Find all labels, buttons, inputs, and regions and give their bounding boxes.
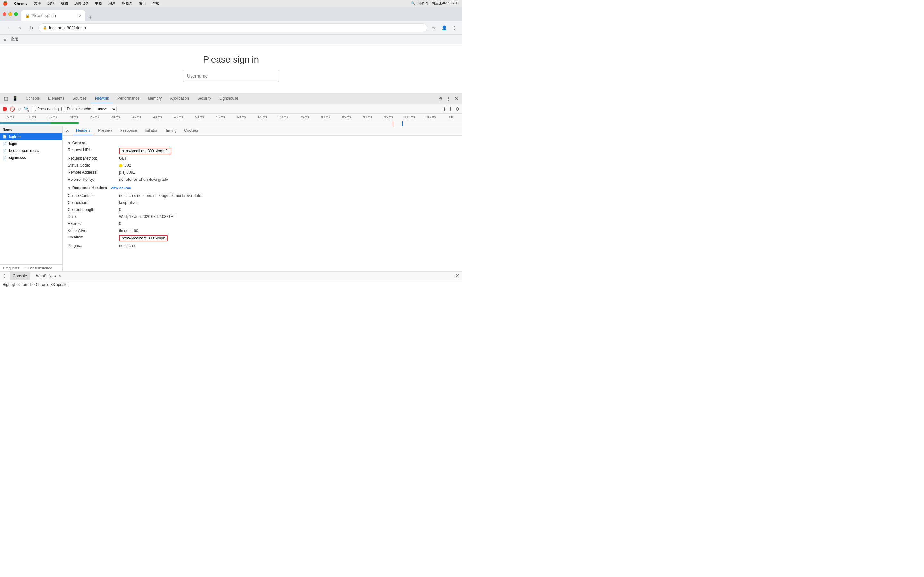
- menu-window[interactable]: 窗口: [137, 1, 147, 6]
- chrome-menu-icon[interactable]: ⋮: [451, 24, 458, 32]
- import-icon[interactable]: ⬆: [443, 106, 446, 111]
- minimize-button[interactable]: [8, 12, 12, 16]
- file-item-login[interactable]: 📄 login: [0, 140, 62, 147]
- request-method-value: GET: [119, 155, 127, 161]
- status-code-label: Status Code:: [68, 163, 119, 168]
- details-tab-cookies[interactable]: Cookies: [180, 126, 202, 135]
- tab-close-button[interactable]: ×: [79, 13, 81, 18]
- account-icon[interactable]: 👤: [440, 24, 448, 32]
- console-close-button[interactable]: ✕: [455, 273, 459, 279]
- filter-icon[interactable]: ▽: [18, 106, 21, 111]
- forward-button[interactable]: ›: [15, 23, 24, 32]
- clear-log-icon[interactable]: 🚫: [10, 106, 15, 111]
- general-section-header[interactable]: ▼ General: [68, 141, 457, 145]
- apps-grid-icon[interactable]: ⊞: [3, 37, 7, 42]
- devtools-main: Name 📄 logInfo 📄 login 📄 bootstrap.min.c…: [0, 126, 462, 271]
- record-button[interactable]: [3, 107, 7, 111]
- devtools-close-icon[interactable]: ✕: [452, 95, 459, 102]
- menu-history[interactable]: 历史记录: [73, 1, 90, 6]
- menu-view[interactable]: 视图: [60, 1, 69, 6]
- whats-new-close-icon[interactable]: ×: [59, 274, 61, 278]
- console-more-icon[interactable]: ⋮: [3, 274, 7, 279]
- username-input[interactable]: [183, 70, 279, 82]
- menu-file[interactable]: 文件: [33, 1, 42, 6]
- tab-sources[interactable]: Sources: [69, 94, 90, 103]
- tab-memory[interactable]: Memory: [144, 94, 166, 103]
- general-label: General: [72, 141, 87, 145]
- response-headers-section-header[interactable]: ▼ Response Headers view source: [68, 185, 457, 190]
- file-name-loginfo: logInfo: [9, 134, 21, 139]
- file-item-loginfo[interactable]: 📄 logInfo: [0, 133, 62, 140]
- file-item-signin[interactable]: 📄 signin.css: [0, 154, 62, 161]
- timeline-red-marker: [393, 121, 393, 126]
- disable-cache-label: Disable cache: [67, 107, 91, 111]
- status-code-row: Status Code: 302: [68, 162, 457, 169]
- page-title: Please sign in: [203, 55, 259, 65]
- details-close-icon[interactable]: ✕: [64, 127, 71, 134]
- preserve-log-checkbox[interactable]: Preserve log: [32, 107, 59, 111]
- url-bar[interactable]: 🔒 localhost:8091/login: [39, 23, 427, 32]
- details-tab-preview[interactable]: Preview: [94, 126, 116, 135]
- details-tab-timing[interactable]: Timing: [161, 126, 180, 135]
- tab-elements[interactable]: Elements: [44, 94, 68, 103]
- new-tab-button[interactable]: +: [87, 13, 94, 21]
- menu-bookmarks[interactable]: 书签: [94, 1, 103, 6]
- disable-cache-input[interactable]: [61, 107, 65, 111]
- pragma-label: Pragma:: [68, 243, 119, 248]
- reload-button[interactable]: ↻: [27, 23, 36, 32]
- request-url-row: Request URL: http://localhost:8091/logIn…: [68, 147, 457, 155]
- disable-cache-checkbox[interactable]: Disable cache: [61, 107, 91, 111]
- tab-performance[interactable]: Performance: [113, 94, 144, 103]
- location-row: Location: http://localhost:8091/login: [68, 234, 457, 242]
- pragma-row: Pragma: no-cache: [68, 242, 457, 249]
- details-tab-response[interactable]: Response: [116, 126, 141, 135]
- close-button[interactable]: [3, 12, 6, 16]
- response-headers-label: Response Headers: [72, 185, 107, 190]
- connection-value: keep-alive: [119, 200, 137, 205]
- back-button[interactable]: ‹: [4, 23, 13, 32]
- maximize-button[interactable]: [14, 12, 18, 16]
- inspect-element-icon[interactable]: ⬚: [3, 95, 10, 102]
- search-network-icon[interactable]: 🔍: [24, 106, 29, 111]
- tl-110: 110: [441, 115, 462, 119]
- tab-application[interactable]: Application: [166, 94, 193, 103]
- tl-10ms: 10 ms: [21, 115, 42, 119]
- devtools-more-icon[interactable]: ⋮: [445, 95, 452, 102]
- preserve-log-input[interactable]: [32, 107, 36, 111]
- tab-network[interactable]: Network: [91, 94, 113, 103]
- details-tab-headers[interactable]: Headers: [72, 126, 94, 135]
- network-settings-icon[interactable]: ⚙: [455, 106, 459, 111]
- apple-icon[interactable]: 🍎: [3, 1, 8, 6]
- content-length-label: Content-Length:: [68, 207, 119, 213]
- active-tab[interactable]: 🔒 Please sign in ×: [21, 10, 86, 21]
- throttle-select[interactable]: Online Fast 3G Slow 3G Offline: [94, 106, 117, 112]
- keep-alive-value: timeout=60: [119, 228, 138, 234]
- tab-lighthouse[interactable]: Lighthouse: [216, 94, 242, 103]
- menu-user[interactable]: 用户: [107, 1, 117, 6]
- mac-menubar: 🍎 Chrome 文件 编辑 视图 历史记录 书签 用户 标签页 窗口 帮助 🔍…: [0, 0, 462, 7]
- keep-alive-label: Keep-Alive:: [68, 228, 119, 234]
- app-name[interactable]: Chrome: [13, 2, 29, 5]
- search-icon[interactable]: 🔍: [411, 1, 415, 5]
- menu-help[interactable]: 帮助: [151, 1, 161, 6]
- whats-new-tab[interactable]: What's New ×: [33, 272, 64, 279]
- file-item-bootstrap[interactable]: 📄 bootstrap.min.css: [0, 147, 62, 154]
- bookmark-apps[interactable]: 应用: [8, 36, 21, 43]
- whats-new-label: What's New: [36, 274, 57, 278]
- bookmark-star-icon[interactable]: ☆: [430, 24, 438, 32]
- console-tab-item[interactable]: Console: [10, 272, 30, 279]
- menu-edit[interactable]: 编辑: [46, 1, 56, 6]
- details-tab-initiator[interactable]: Initiator: [141, 126, 161, 135]
- tab-bar: 🔒 Please sign in × +: [21, 7, 459, 21]
- menu-tabs[interactable]: 标签页: [121, 1, 134, 6]
- tl-35ms: 35 ms: [126, 115, 147, 119]
- tab-console[interactable]: Console: [22, 94, 44, 103]
- tab-security[interactable]: Security: [194, 94, 215, 103]
- device-toolbar-icon[interactable]: 📱: [11, 95, 19, 102]
- export-icon[interactable]: ⬇: [449, 106, 453, 111]
- cache-control-value: no-cache, no-store, max-age=0, must-reva…: [119, 193, 201, 198]
- devtools-settings-icon[interactable]: ⚙: [437, 95, 444, 102]
- tab-favicon: 🔒: [25, 13, 30, 18]
- file-list-panel: Name 📄 logInfo 📄 login 📄 bootstrap.min.c…: [0, 126, 63, 271]
- view-source-link[interactable]: view source: [111, 186, 131, 190]
